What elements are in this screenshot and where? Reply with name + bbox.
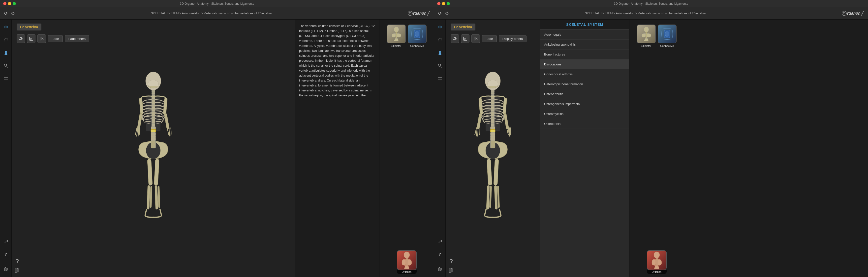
- close-btn-right[interactable]: [437, 2, 440, 5]
- minimize-btn-right[interactable]: [442, 2, 445, 5]
- svg-rect-36: [151, 127, 155, 129]
- main-area-left: ? L2 Vertebra: [0, 20, 434, 277]
- svg-rect-33: [152, 119, 155, 121]
- svg-line-66: [441, 66, 442, 68]
- sidebar-arrow-icon-r[interactable]: [435, 237, 444, 246]
- fade-btn-left[interactable]: Fade: [48, 35, 63, 42]
- scissors-btn-left[interactable]: [37, 34, 46, 43]
- disease-item-ankylosing[interactable]: Ankylosing spondylitis: [540, 40, 629, 49]
- svg-rect-89: [491, 109, 495, 111]
- minimize-btn-left[interactable]: [8, 2, 11, 5]
- sidebar-layers-icon[interactable]: [1, 35, 10, 44]
- svg-rect-31: [152, 114, 155, 116]
- sidebar-search-icon-r[interactable]: [435, 61, 444, 70]
- svg-point-116: [665, 31, 669, 37]
- maximize-btn-right[interactable]: [447, 2, 450, 5]
- export-icon-right[interactable]: [448, 267, 454, 274]
- svg-rect-102: [490, 141, 495, 148]
- connective-label-right: Connective: [660, 44, 674, 47]
- svg-point-8: [20, 38, 22, 39]
- disease-item-acromegaly[interactable]: Acromegaly: [540, 30, 629, 40]
- svg-rect-107: [487, 159, 492, 185]
- disease-item-gonococcal[interactable]: Gonococcal arthritis: [540, 69, 629, 79]
- sidebar-export-icon-r[interactable]: [435, 265, 444, 274]
- fade-others-btn-left[interactable]: Fade others: [65, 35, 89, 42]
- sidebar-person-icon[interactable]: [1, 48, 10, 57]
- svg-rect-45: [163, 98, 167, 115]
- sidebar-rectangle-icon-r[interactable]: [435, 74, 444, 83]
- disease-item-heterotopic[interactable]: Heterotopic bone formation: [540, 79, 629, 89]
- svg-rect-87: [491, 105, 495, 107]
- info-btn-left[interactable]: [27, 34, 35, 43]
- center-panel-right: L2 Vertebra: [446, 20, 540, 277]
- svg-rect-48: [147, 185, 150, 209]
- sidebar-visibility-icon-r[interactable]: [435, 23, 444, 31]
- help-icon-left[interactable]: ?: [16, 258, 19, 264]
- connective-card-left[interactable]: Connective: [408, 25, 427, 47]
- svg-rect-49: [150, 186, 152, 208]
- disease-item-osteogenesis[interactable]: Osteogenesis imperfecta: [540, 99, 629, 109]
- disease-item-osteomyelitis[interactable]: Osteomyelitis: [540, 109, 629, 119]
- connective-label-left: Connective: [410, 44, 424, 47]
- maximize-btn-left[interactable]: [13, 2, 16, 5]
- skeleton-svg-right: [458, 71, 527, 225]
- sidebar-layers-icon-r[interactable]: [435, 35, 444, 44]
- settings-btn-right[interactable]: ⚙: [445, 11, 449, 16]
- svg-rect-50: [154, 159, 159, 185]
- settings-btn-left[interactable]: ⚙: [11, 11, 15, 16]
- connective-card-right[interactable]: Connective: [658, 25, 677, 47]
- svg-rect-114: [646, 32, 647, 33]
- display-others-btn-right[interactable]: Display others: [499, 35, 527, 42]
- info-btn-right[interactable]: [461, 34, 469, 43]
- sidebar-arrow-icon[interactable]: [1, 237, 10, 246]
- fade-btn-right[interactable]: Fade: [482, 35, 497, 42]
- svg-rect-35: [152, 124, 155, 126]
- sidebar-search-icon[interactable]: [1, 61, 10, 70]
- disease-item-osteopenia[interactable]: Osteopenia: [540, 119, 629, 129]
- sidebar-help-icon-r[interactable]: ?: [435, 250, 444, 259]
- svg-rect-106: [504, 113, 509, 129]
- sidebar-rectangle-icon[interactable]: [1, 74, 10, 83]
- disease-item-osteoarthritis[interactable]: Osteoarthritis: [540, 89, 629, 99]
- eye-btn-right[interactable]: [451, 34, 459, 43]
- view-controls-left: Fade Fade others: [17, 34, 89, 43]
- skeletal-card-right[interactable]: Skeletal: [637, 25, 656, 47]
- disease-item-dislocations[interactable]: Dislocations: [540, 60, 629, 69]
- svg-rect-67: [438, 77, 442, 80]
- help-icon-right[interactable]: ?: [450, 258, 453, 264]
- svg-rect-95: [491, 124, 495, 126]
- svg-rect-30: [152, 112, 155, 114]
- sidebar-person-icon-r[interactable]: [435, 48, 444, 57]
- svg-rect-104: [477, 113, 482, 129]
- svg-point-14: [40, 39, 41, 40]
- reload-btn-right[interactable]: ⟳: [438, 11, 442, 16]
- disease-panel-header: SKELETAL SYSTEM: [540, 20, 629, 30]
- disease-item-bone-fractures[interactable]: Bone fractures: [540, 49, 629, 60]
- export-icon-left[interactable]: [14, 267, 20, 274]
- skeletal-card-left[interactable]: Skeletal: [387, 25, 406, 47]
- reload-btn-left[interactable]: ⟳: [4, 11, 8, 16]
- svg-rect-108: [486, 185, 490, 209]
- close-btn-left[interactable]: [3, 2, 6, 5]
- svg-rect-51: [155, 185, 158, 209]
- svg-rect-85: [491, 100, 495, 102]
- svg-rect-42: [151, 141, 155, 148]
- svg-rect-103: [478, 98, 483, 115]
- sidebar-export-icon[interactable]: [1, 265, 10, 274]
- left-window: 3D Organon Anatomy - Skeleton, Bones, an…: [0, 0, 434, 277]
- eye-btn-left[interactable]: [17, 34, 25, 43]
- scissors-btn-right[interactable]: [471, 34, 480, 43]
- svg-point-1: [5, 39, 7, 41]
- svg-rect-80: [491, 92, 495, 94]
- view-controls-right: Fade Display others: [451, 34, 527, 43]
- skeletal-label-right: Skeletal: [641, 44, 651, 47]
- svg-rect-43: [139, 98, 143, 115]
- sidebar-visibility-icon[interactable]: [1, 23, 10, 31]
- skeleton-area-right: [446, 20, 540, 277]
- bottom-thumb-left: Organon: [397, 246, 416, 274]
- bottom-thumb-right: Organon: [647, 246, 666, 274]
- main-area-right: ? L2 Vertebra: [434, 20, 868, 277]
- svg-rect-38: [151, 132, 155, 135]
- svg-line-76: [475, 38, 477, 39]
- sidebar-help-icon[interactable]: ?: [1, 250, 10, 259]
